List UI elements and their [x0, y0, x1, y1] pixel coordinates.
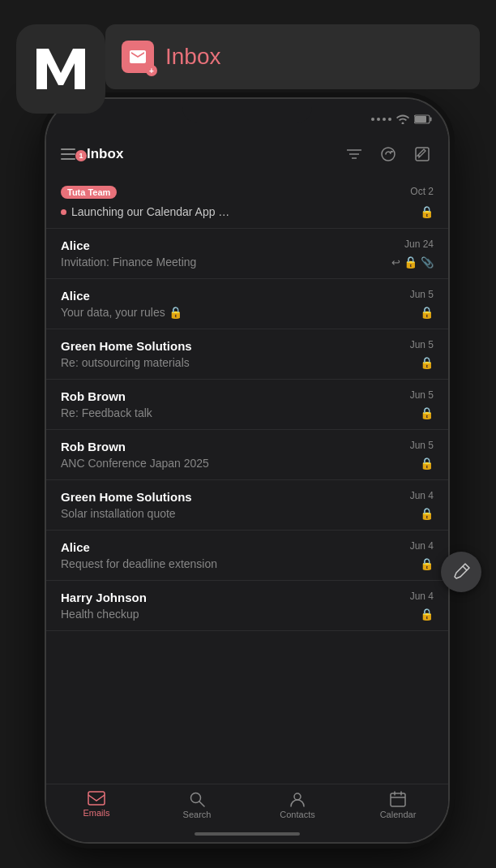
tab-calendar-label: Calendar	[380, 810, 417, 819]
top-nav: 1 Inbox	[46, 131, 448, 176]
tab-emails-label: Emails	[83, 808, 109, 818]
m-logo-icon	[32, 41, 89, 97]
email-item-1[interactable]: Tuta Team Oct 2 Launching our Calendar A…	[46, 176, 448, 229]
tab-contacts[interactable]: Contacts	[247, 791, 348, 819]
email-item-4[interactable]: Green Home Solutions Jun 5 Re: outsourci…	[46, 329, 448, 380]
lock-icon-1: 🔒	[420, 205, 434, 218]
compose-icon[interactable]	[411, 143, 434, 165]
lock-icon-9: 🔒	[420, 608, 434, 621]
hamburger-line	[61, 153, 75, 155]
email-item-6[interactable]: Rob Brown Jun 5 ANC Conference Japan 202…	[46, 430, 448, 480]
email-subject-9: Health checkup	[61, 608, 340, 621]
email-subject-2: Invitation: Finance Meeting	[61, 256, 340, 269]
email-date-3: Jun 5	[410, 289, 434, 300]
email-item-2[interactable]: Alice Jun 24 Invitation: Finance Meeting…	[46, 229, 448, 279]
lock-icon-8: 🔒	[420, 557, 434, 570]
lock-icon-2: 🔒	[404, 256, 417, 269]
tab-calendar[interactable]: Calendar	[348, 791, 448, 819]
email-item-9[interactable]: Harry Johnson Jun 4 Health checkup 🔒	[46, 581, 448, 631]
email-subject-1: Launching our Calendar App 🥰 / s.u. für …	[71, 205, 242, 218]
calendar-tab-icon	[390, 791, 406, 807]
email-sender-8: Alice	[61, 540, 90, 554]
email-sender-2: Alice	[61, 238, 90, 252]
email-date-5: Jun 5	[410, 389, 434, 401]
email-icons-1: 🔒	[420, 205, 434, 218]
tab-emails[interactable]: Emails	[46, 791, 147, 818]
emails-tab-icon	[88, 791, 105, 806]
phone-notch	[182, 99, 312, 123]
tuta-tag: Tuta Team	[61, 186, 117, 199]
filter-icon[interactable]	[343, 143, 366, 165]
email-item-5[interactable]: Rob Brown Jun 5 Re: Feedback talk 🔒	[46, 380, 448, 430]
email-date-7: Jun 4	[410, 490, 434, 501]
email-item-3[interactable]: Alice Jun 5 Your data, your rules 🔒 🔒	[46, 279, 448, 329]
email-date-6: Jun 5	[410, 440, 434, 451]
hamburger-line	[61, 148, 75, 150]
dot-2	[377, 118, 380, 121]
home-indicator	[195, 832, 300, 836]
email-date-2: Jun 24	[404, 238, 434, 250]
email-date-8: Jun 4	[410, 540, 434, 552]
email-item-7[interactable]: Green Home Solutions Jun 4 Solar install…	[46, 480, 448, 531]
compose-fab-icon	[452, 563, 470, 581]
email-icons-6: 🔒	[420, 457, 434, 470]
lock-icon-4: 🔒	[420, 356, 434, 369]
app-icon[interactable]	[16, 24, 105, 114]
unread-badge: 1	[75, 150, 87, 161]
email-sender-9: Harry Johnson	[61, 591, 147, 604]
signal-dots	[371, 118, 391, 121]
sync-icon[interactable]	[377, 143, 400, 165]
plus-badge: +	[146, 65, 157, 76]
lock-icon-6: 🔒	[420, 457, 434, 470]
inbox-title: Inbox	[87, 146, 343, 162]
svg-rect-9	[88, 792, 105, 805]
inbox-add-icon[interactable]: +	[122, 41, 154, 73]
tab-search-label: Search	[183, 810, 212, 819]
header-bar: + Inbox	[105, 24, 480, 89]
hamburger-line	[61, 158, 75, 160]
phone-frame: 1 Inbox	[45, 97, 450, 844]
email-subject-row-1: Launching our Calendar App 🥰 / s.u. für …	[61, 205, 289, 218]
email-sender-6: Rob Brown	[61, 440, 126, 453]
lock-icon-5: 🔒	[420, 406, 434, 419]
svg-marker-0	[36, 49, 85, 89]
email-icons-3: 🔒	[420, 306, 434, 319]
svg-line-11	[199, 801, 204, 806]
dot-3	[383, 118, 386, 121]
nav-actions	[343, 143, 434, 165]
inbox-svg	[128, 47, 148, 67]
hamburger-menu[interactable]	[61, 148, 75, 160]
svg-rect-3	[430, 118, 432, 122]
header-title: Inbox	[165, 44, 221, 70]
tab-contacts-label: Contacts	[280, 810, 314, 819]
email-sender-4: Green Home Solutions	[61, 339, 192, 353]
unread-dot-1	[61, 209, 66, 215]
dot-1	[371, 118, 374, 121]
email-icons-2: ↩ 🔒 📎	[391, 256, 434, 269]
email-sender-3: Alice	[61, 289, 90, 303]
email-sender-7: Green Home Solutions	[61, 490, 192, 504]
attach-icon-2: 📎	[421, 256, 434, 269]
email-item-8[interactable]: Alice Jun 4 Request for deadline extensi…	[46, 531, 448, 581]
email-subject-5: Re: Feedback talk	[61, 406, 340, 419]
email-date-9: Jun 4	[410, 591, 434, 602]
email-icons-9: 🔒	[420, 608, 434, 621]
email-date-1: Oct 2	[410, 186, 434, 197]
contacts-tab-icon	[289, 791, 306, 807]
tab-search[interactable]: Search	[147, 791, 247, 819]
svg-point-7	[382, 148, 395, 161]
svg-line-17	[463, 566, 467, 570]
email-list: Tuta Team Oct 2 Launching our Calendar A…	[46, 176, 448, 785]
email-icons-4: 🔒	[420, 356, 434, 369]
email-subject-8: Request for deadline extension	[61, 557, 340, 570]
email-icons-8: 🔒	[420, 557, 434, 570]
email-subject-7: Solar installation quote	[61, 507, 340, 520]
reply-icon-2: ↩	[391, 256, 400, 269]
battery-icon	[414, 114, 432, 124]
email-subject-4: Re: outsourcing materials	[61, 356, 340, 369]
dot-4	[388, 118, 391, 121]
lock-icon-7: 🔒	[420, 507, 434, 520]
fab-compose[interactable]	[441, 552, 481, 592]
phone-content: 1 Inbox	[46, 99, 448, 842]
email-sender-5: Rob Brown	[61, 389, 126, 403]
